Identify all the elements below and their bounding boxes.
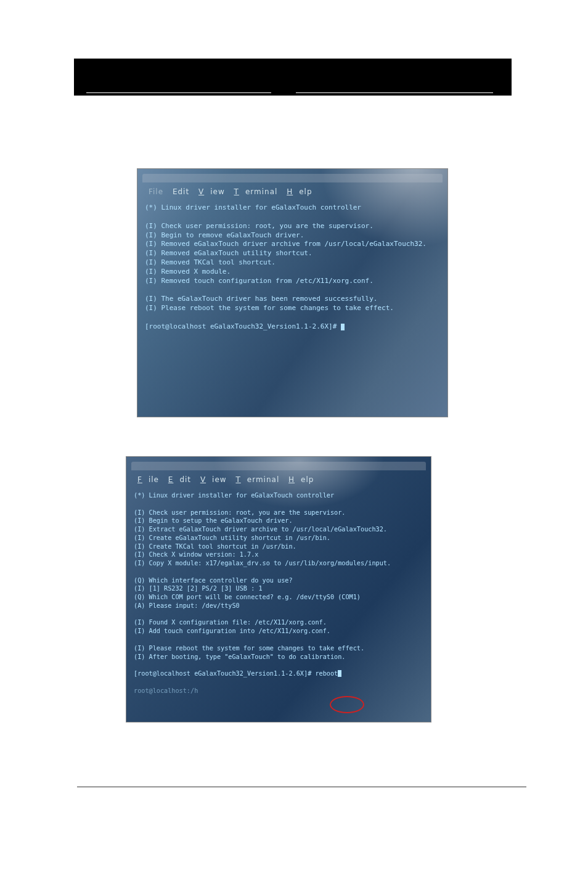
term-prompt: [root@localhost eGalaxTouch32_Version1.1… bbox=[134, 670, 315, 677]
menu-file[interactable]: File bbox=[137, 475, 159, 484]
menu-terminal[interactable]: Terminal bbox=[234, 187, 278, 196]
terminal-screenshot-remove: File Edit View Terminal Help (*) Linux d… bbox=[137, 168, 448, 417]
header-underline-right bbox=[296, 92, 493, 93]
header-underline-left bbox=[86, 92, 271, 93]
menu-view[interactable]: View bbox=[200, 475, 227, 484]
footer-rule bbox=[77, 787, 526, 787]
terminal-menubar: File Edit View Terminal Help bbox=[131, 472, 426, 488]
terminal-titlebar bbox=[131, 462, 426, 470]
term-line: (I) Removed eGalaxTouch driver archive f… bbox=[145, 240, 427, 248]
term-line: (I) Removed touch configuration from /et… bbox=[145, 277, 374, 285]
term-line: (I) Removed X module. bbox=[145, 268, 231, 276]
menu-view[interactable]: View bbox=[198, 187, 225, 196]
cursor-icon bbox=[341, 324, 345, 330]
term-line: (I) The eGalaxTouch driver has been remo… bbox=[145, 295, 378, 303]
term-line: (Q) Which COM port will be connected? e.… bbox=[134, 594, 361, 600]
term-line: (I) Create eGalaxTouch utility shortcut … bbox=[134, 534, 330, 541]
cursor-icon bbox=[338, 670, 341, 677]
term-prompt: [root@localhost eGalaxTouch32_Version1.1… bbox=[145, 322, 341, 330]
terminal-titlebar bbox=[142, 174, 443, 182]
terminal-screenshot-install: File Edit View Terminal Help (*) Linux d… bbox=[126, 456, 431, 722]
term-line: (I) Check X window version: 1.7.x bbox=[134, 551, 258, 558]
term-line: (I) Add touch configuration into /etc/X1… bbox=[134, 628, 330, 634]
term-line: (I) Please reboot the system for some ch… bbox=[134, 645, 364, 652]
term-line: (I) Found X configuration file: /etc/X11… bbox=[134, 619, 327, 626]
term-line: root@localhost:/h bbox=[134, 687, 198, 694]
term-line: (I) Begin to setup the eGalaxTouch drive… bbox=[134, 517, 293, 524]
term-line: (*) Linux driver installer for eGalaxTou… bbox=[145, 203, 361, 211]
term-line: (I) Removed TKCal tool shortcut. bbox=[145, 258, 276, 266]
term-line: (I) [1] RS232 [2] PS/2 [3] USB : 1 bbox=[134, 585, 263, 592]
term-line: (I) After booting, type "eGalaxTouch" to… bbox=[134, 653, 345, 660]
term-line: (I) Create TKCal tool shortcut in /usr/b… bbox=[134, 543, 296, 550]
term-line: (A) Please input: /dev/ttyS0 bbox=[134, 602, 240, 609]
terminal-output: (*) Linux driver installer for eGalaxTou… bbox=[142, 200, 443, 335]
term-line: (I) Extract eGalaxTouch driver archive t… bbox=[134, 526, 387, 533]
term-line: (Q) Which interface controller do you us… bbox=[134, 577, 293, 584]
term-line: (I) Please reboot the system for some ch… bbox=[145, 304, 394, 312]
term-line: (I) Removed eGalaxTouch utility shortcut… bbox=[145, 249, 312, 257]
terminal-menubar: File Edit View Terminal Help bbox=[142, 184, 443, 200]
menu-help[interactable]: Help bbox=[287, 187, 312, 196]
term-line: (I) Check user permission: root, you are… bbox=[134, 509, 345, 516]
term-line: (I) Copy X module: x17/egalax_drv.so to … bbox=[134, 560, 391, 567]
menu-terminal[interactable]: Terminal bbox=[235, 475, 279, 484]
menu-file[interactable]: File bbox=[149, 187, 163, 196]
term-line: (I) Begin to remove eGalaxTouch driver. bbox=[145, 231, 304, 239]
terminal-window: File Edit View Terminal Help (*) Linux d… bbox=[142, 174, 443, 412]
menu-help[interactable]: Help bbox=[288, 475, 314, 484]
menu-edit[interactable]: Edit bbox=[173, 187, 189, 196]
terminal-output: (*) Linux driver installer for eGalaxTou… bbox=[131, 488, 426, 698]
term-line: (I) Check user permission: root, you are… bbox=[145, 222, 374, 230]
term-command: reboot bbox=[315, 670, 338, 677]
term-line: (*) Linux driver installer for eGalaxTou… bbox=[134, 492, 334, 499]
terminal-window: File Edit View Terminal Help (*) Linux d… bbox=[131, 462, 426, 717]
menu-edit[interactable]: Edit bbox=[168, 475, 191, 484]
page-header-bar bbox=[74, 59, 512, 96]
